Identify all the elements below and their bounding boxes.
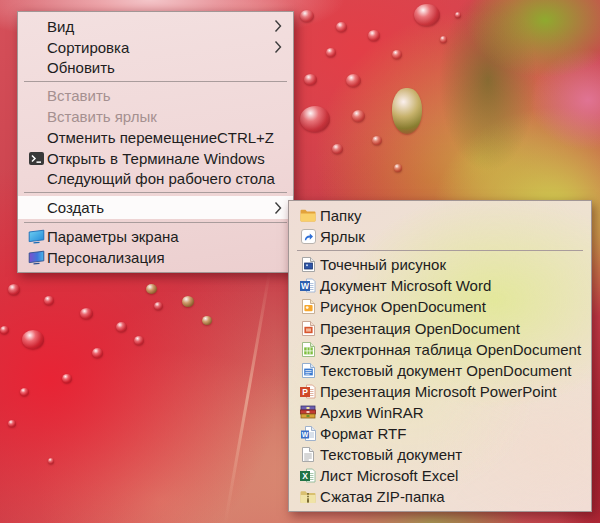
submenu-item-winrar-archive-label: Архив WinRAR	[320, 404, 424, 421]
water-drop	[8, 284, 20, 295]
submenu-item-opendocument-text[interactable]: Текстовый документ OpenDocument	[289, 360, 591, 381]
menu-item-paste-label: Вставить	[47, 87, 111, 104]
menu-item-open-windows-terminal[interactable]: Открыть в Терминале Windows	[18, 148, 293, 169]
submenu-item-rtf-document[interactable]: W Формат RTF	[289, 423, 591, 444]
rtf-icon: W	[299, 425, 317, 441]
menu-item-next-desktop-background[interactable]: Следующий фон рабочего стола	[18, 169, 293, 190]
submenu-item-text-document[interactable]: Текстовый документ	[289, 444, 591, 465]
menu-item-open-windows-terminal-label: Открыть в Терминале Windows	[47, 150, 265, 167]
water-drop	[304, 74, 317, 85]
menu-item-display-settings[interactable]: Параметры экрана	[18, 226, 293, 247]
menu-item-next-desktop-background-label: Следующий фон рабочего стола	[47, 170, 275, 187]
submenu-item-opendocument-presentation-label: Презентация OpenDocument	[320, 320, 520, 337]
menu-item-paste-shortcut[interactable]: Вставить ярлык	[18, 106, 293, 127]
water-drop	[336, 22, 347, 32]
submenu-item-opendocument-presentation[interactable]: Презентация OpenDocument	[289, 317, 591, 338]
water-drop	[20, 388, 29, 396]
submenu-item-folder-label: Папку	[320, 207, 361, 224]
water-drop	[300, 106, 330, 132]
folder-icon	[299, 208, 317, 224]
menu-separator	[24, 81, 287, 82]
water-drop	[116, 322, 127, 332]
water-drop	[154, 302, 163, 310]
menu-separator	[24, 222, 287, 223]
word-icon: W	[299, 278, 317, 294]
desktop: Вид Сортировка Обновить Вставить Вставит…	[0, 0, 600, 523]
menu-item-new[interactable]: Создать	[18, 196, 293, 219]
terminal-icon	[27, 150, 45, 166]
submenu-item-shortcut-label: Ярлык	[320, 228, 365, 245]
water-drop	[440, 36, 447, 43]
submenu-item-zip-folder[interactable]: Сжатая ZIP-папка	[289, 486, 591, 507]
menu-item-undo-move-label: Отменить перемещение	[47, 129, 217, 146]
water-drop	[44, 296, 54, 305]
zip-folder-icon	[299, 489, 317, 505]
menu-item-display-settings-label: Параметры экрана	[47, 228, 179, 245]
submenu-item-winrar-archive[interactable]: Архив WinRAR	[289, 402, 591, 423]
water-drop	[368, 30, 380, 41]
submenu-item-rtf-document-label: Формат RTF	[320, 425, 406, 442]
water-drop	[326, 48, 336, 57]
submenu-item-shortcut[interactable]: Ярлык	[289, 226, 591, 247]
water-drop	[62, 374, 72, 383]
water-drop	[48, 458, 54, 464]
submenu-item-excel-worksheet[interactable]: X Лист Microsoft Excel	[289, 465, 591, 486]
chevron-right-icon	[274, 19, 282, 33]
water-drop	[92, 348, 103, 358]
submenu-item-word-document[interactable]: W Документ Microsoft Word	[289, 275, 591, 296]
menu-separator	[297, 250, 583, 251]
water-drop	[300, 10, 314, 22]
menu-separator	[24, 192, 287, 193]
svg-text:W: W	[301, 431, 308, 438]
display-settings-icon	[27, 229, 45, 245]
menu-item-personalization[interactable]: Персонализация	[18, 247, 293, 268]
submenu-item-word-document-label: Документ Microsoft Word	[320, 277, 491, 294]
leaf-vein	[224, 270, 272, 523]
shortcut-arrow-icon	[299, 229, 317, 245]
submenu-item-bitmap-image[interactable]: Точечный рисунок	[289, 254, 591, 275]
water-drop	[332, 144, 343, 154]
excel-icon: X	[299, 468, 317, 484]
menu-item-sort-by[interactable]: Сортировка	[18, 37, 293, 58]
water-drop	[182, 296, 194, 307]
keyboard-shortcut: CTRL+Z	[217, 129, 274, 146]
menu-item-view[interactable]: Вид	[18, 16, 293, 37]
menu-item-paste[interactable]: Вставить	[18, 85, 293, 106]
water-drop	[352, 110, 365, 122]
submenu-item-opendocument-drawing[interactable]: Рисунок OpenDocument	[289, 296, 591, 317]
winrar-icon	[299, 404, 317, 420]
hanging-water-drop	[392, 88, 422, 134]
menu-item-refresh[interactable]: Обновить	[18, 58, 293, 79]
water-drop	[0, 326, 9, 334]
submenu-item-text-document-label: Текстовый документ	[320, 446, 462, 463]
menu-item-sort-by-label: Сортировка	[47, 39, 129, 56]
submenu-item-opendocument-drawing-label: Рисунок OpenDocument	[320, 298, 486, 315]
water-drop	[414, 4, 440, 26]
opendocument-drawing-icon	[299, 299, 317, 315]
submenu-item-powerpoint-presentation[interactable]: P Презентация Microsoft PowerPoint	[289, 381, 591, 402]
submenu-item-opendocument-spreadsheet-label: Электронная таблица OpenDocument	[320, 341, 581, 358]
submenu-item-folder[interactable]: Папку	[289, 205, 591, 226]
powerpoint-icon: P	[299, 383, 317, 399]
water-drop	[372, 136, 382, 145]
menu-item-personalization-label: Персонализация	[47, 249, 165, 266]
submenu-item-excel-worksheet-label: Лист Microsoft Excel	[320, 467, 458, 484]
opendocument-text-icon	[299, 362, 317, 378]
menu-item-undo-move[interactable]: Отменить перемещение CTRL+Z	[18, 127, 293, 148]
chevron-right-icon	[274, 201, 282, 215]
chevron-right-icon	[274, 40, 282, 54]
text-document-icon	[299, 447, 317, 463]
water-drop	[80, 308, 93, 319]
submenu-item-powerpoint-presentation-label: Презентация Microsoft PowerPoint	[320, 383, 557, 400]
submenu-item-bitmap-image-label: Точечный рисунок	[320, 256, 446, 273]
menu-item-view-label: Вид	[47, 18, 74, 35]
water-drop	[202, 316, 212, 325]
svg-text:P: P	[302, 387, 308, 397]
menu-item-new-label: Создать	[47, 199, 104, 216]
water-drop	[8, 420, 16, 427]
menu-item-refresh-label: Обновить	[47, 59, 115, 76]
water-drop	[392, 50, 402, 59]
submenu-item-opendocument-text-label: Текстовый документ OpenDocument	[320, 362, 571, 379]
menu-item-paste-shortcut-label: Вставить ярлык	[47, 108, 157, 125]
submenu-item-opendocument-spreadsheet[interactable]: Электронная таблица OpenDocument	[289, 339, 591, 360]
